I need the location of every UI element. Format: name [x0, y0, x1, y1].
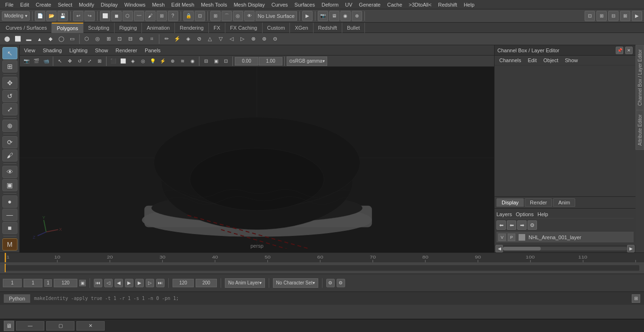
layers-menu-layers[interactable]: Layers — [496, 211, 512, 217]
no-char-set-btn[interactable]: No Character Set ▾ — [273, 278, 318, 288]
render-extra-btn[interactable]: ⊕ — [352, 11, 362, 21]
status-icon-end[interactable]: ⊞ — [632, 294, 640, 303]
ico-3[interactable]: ⊞ — [103, 34, 114, 44]
3d-viewport[interactable]: X Y Z persp — [20, 67, 494, 252]
mode-dropdown[interactable]: Modeling ▾ — [2, 11, 30, 21]
cube-btn[interactable]: ⬜ — [13, 34, 23, 44]
render-view-btn[interactable]: 🖥 — [329, 11, 339, 21]
vt-camera3-btn[interactable]: 📹 — [41, 57, 51, 66]
scroll-left-btn[interactable]: ◀ — [495, 245, 503, 252]
maya-logo-btn[interactable]: M — [2, 238, 17, 251]
layout-btn-1[interactable]: ⊡ — [585, 11, 595, 21]
ico-16[interactable]: ⊗ — [248, 34, 258, 44]
step-back-btn[interactable]: ◀ — [115, 279, 123, 287]
layer-visibility-btn[interactable]: V — [498, 234, 506, 241]
tab-rigging[interactable]: Rigging — [115, 23, 142, 33]
tab-anim[interactable]: Anim — [553, 198, 575, 207]
snap-point-btn[interactable]: ◎ — [233, 11, 243, 21]
vt-rotate-btn[interactable]: ↺ — [75, 57, 84, 66]
render-settings-btn[interactable]: 📷 — [318, 11, 328, 21]
render-region-btn[interactable]: ▣ — [2, 179, 17, 191]
soft-select-btn[interactable]: ⟳ — [2, 136, 17, 148]
menu-edit-mesh[interactable]: Edit Mesh — [168, 1, 198, 8]
menu-mesh-tools[interactable]: Mesh Tools — [198, 1, 230, 8]
viewport-menu-view[interactable]: View — [22, 48, 38, 53]
tab-fx[interactable]: FX — [209, 23, 225, 33]
ico-18[interactable]: ⊝ — [270, 34, 280, 44]
ico-1[interactable]: ⬡ — [82, 34, 92, 44]
menu-create[interactable]: Create — [33, 1, 55, 8]
ico-15[interactable]: ▷ — [237, 34, 248, 44]
undo-btn[interactable]: ↩ — [73, 11, 83, 21]
menu-generate[interactable]: Generate — [355, 1, 384, 8]
vt-texture-btn[interactable]: ◈ — [128, 57, 138, 66]
menu-3dtoall[interactable]: >3DtoAll< — [405, 1, 435, 8]
layout-btn-4[interactable]: ⊠ — [620, 11, 630, 21]
menu-edit[interactable]: Edit — [17, 1, 33, 8]
play-back-btn[interactable]: ⏮ — [94, 279, 102, 287]
vt-shadow-btn[interactable]: ⚡ — [158, 57, 167, 66]
menu-redshift[interactable]: Redshift — [435, 1, 460, 8]
ico-6[interactable]: ⊕ — [136, 34, 146, 44]
select-custom-btn[interactable]: ⬡ — [123, 11, 133, 21]
universal-manip-btn[interactable]: ⊕ — [2, 120, 17, 132]
torus-btn[interactable]: ⬤ — [2, 34, 12, 44]
layer-back-btn[interactable]: ⬅ — [507, 220, 516, 230]
anim-end-input[interactable] — [173, 279, 194, 287]
menu-windows[interactable]: Windows — [121, 1, 149, 8]
panel-close-btn[interactable]: ✕ — [625, 47, 633, 54]
layout-btn-2[interactable]: ⊞ — [596, 11, 607, 21]
viewport-menu-shading[interactable]: Shading — [41, 48, 64, 53]
layout-btn-3[interactable]: ⊟ — [608, 11, 619, 21]
tab-display[interactable]: Display — [496, 198, 524, 207]
paint-sel-btn[interactable]: 🖌 — [2, 149, 17, 162]
vt-wire-btn[interactable]: ⬜ — [118, 57, 128, 66]
snap-curve-btn[interactable]: ⌒ — [222, 11, 232, 21]
vt-light-btn[interactable]: 💡 — [148, 57, 157, 66]
no-anim-layer-btn[interactable]: No Anim Layer ▾ — [225, 278, 265, 288]
face-btn[interactable]: ■ — [2, 222, 17, 234]
status-tab-python[interactable]: Python — [4, 294, 30, 303]
close-btn-win[interactable]: ✕ — [76, 321, 105, 331]
play-fwd-btn[interactable]: ⏭ — [156, 279, 165, 287]
vt-ao-btn[interactable]: ◎ — [138, 57, 148, 66]
move-tool-btn[interactable]: ✥ — [2, 77, 17, 89]
select-comp-btn[interactable]: ◼ — [111, 11, 122, 21]
paint-btn[interactable]: 🖌 — [145, 11, 156, 21]
no-live-surface[interactable]: No Live Surface — [256, 11, 297, 21]
tab-render[interactable]: Render — [525, 198, 552, 207]
tab-bullet[interactable]: Bullet — [342, 23, 365, 33]
start-frame-input[interactable] — [3, 279, 22, 287]
tab-fx-caching[interactable]: FX Caching — [225, 23, 262, 33]
right-scrollbar[interactable]: ◀ ▶ — [495, 245, 636, 252]
side-tab-channel-box[interactable]: Channel Box / Layer Editor — [636, 45, 644, 110]
ico-11[interactable]: ⊘ — [194, 34, 204, 44]
plane-btn[interactable]: ▭ — [67, 34, 77, 44]
menu-modify[interactable]: Modify — [75, 1, 97, 8]
tab-sculpting[interactable]: Sculpting — [83, 23, 115, 33]
ico-17[interactable]: ⊛ — [259, 34, 269, 44]
ico-10[interactable]: ◈ — [183, 34, 193, 44]
tab-rendering[interactable]: Rendering — [175, 23, 209, 33]
menu-uv[interactable]: UV — [342, 1, 355, 8]
vt-camera2-btn[interactable]: 🎬 — [32, 57, 41, 66]
vt-select-btn[interactable]: ↖ — [55, 57, 65, 66]
ipr-btn[interactable]: ◉ — [340, 11, 351, 21]
scrollbar-track[interactable] — [503, 247, 627, 251]
vt-hud-btn[interactable]: ▣ — [211, 57, 221, 66]
vt-scale-btn[interactable]: ⤢ — [85, 57, 94, 66]
side-tab-attribute-editor[interactable]: Attribute Editor — [636, 110, 644, 150]
vt-gate-btn[interactable]: ⊡ — [221, 57, 231, 66]
taskbar-icon[interactable]: 🖥 — [4, 321, 14, 331]
viewport-menu-lighting[interactable]: Lighting — [67, 48, 90, 53]
layer-playback-btn[interactable]: P — [508, 234, 515, 241]
next-key-btn[interactable]: ▷ — [146, 279, 154, 287]
gamma-dropdown[interactable]: ⊙ sRGB gamma ▾ — [287, 57, 327, 66]
anim-total-input[interactable] — [196, 279, 217, 287]
snap-view-btn[interactable]: 👁 — [244, 11, 255, 21]
ico-8[interactable]: ✏ — [161, 34, 172, 44]
snap-obj-btn[interactable]: ⊡ — [195, 11, 205, 21]
layers-menu-options[interactable]: Options — [516, 211, 534, 217]
ico-12[interactable]: △ — [205, 34, 215, 44]
vt-shaded-btn[interactable]: ⬛ — [108, 57, 118, 66]
